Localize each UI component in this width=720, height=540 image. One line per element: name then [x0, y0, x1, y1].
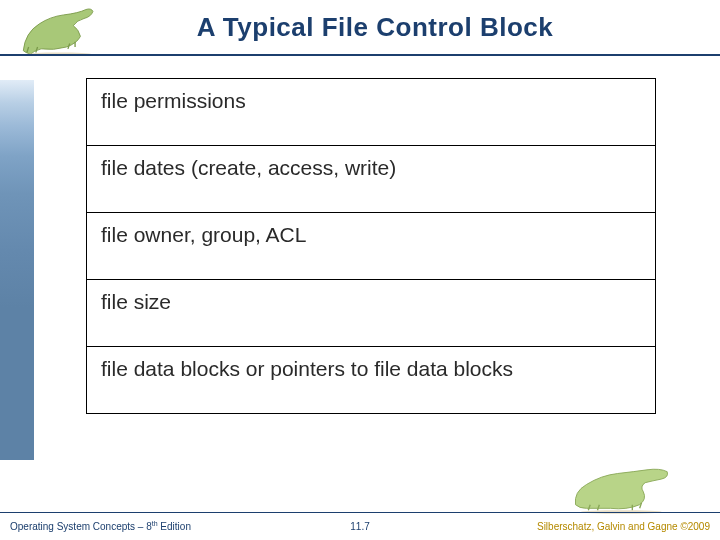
footer-book-title-prefix: Operating System Concepts – 8	[10, 522, 152, 533]
fcb-row: file data blocks or pointers to file dat…	[87, 347, 656, 414]
dinosaur-bottom-right-icon	[570, 466, 680, 514]
fcb-diagram: file permissions file dates (create, acc…	[86, 78, 656, 414]
footer-page-number: 11.7	[350, 521, 369, 532]
footer-copyright: Silberschatz, Galvin and Gagne ©2009	[537, 521, 710, 532]
slide-header: A Typical File Control Block	[0, 0, 720, 56]
slide-footer: Operating System Concepts – 8th Edition …	[0, 512, 720, 540]
fcb-table: file permissions file dates (create, acc…	[86, 78, 656, 414]
title-underline	[0, 54, 720, 56]
footer-left-text: Operating System Concepts – 8th Edition	[10, 520, 191, 532]
fcb-row: file dates (create, access, write)	[87, 146, 656, 213]
left-sidebar-accent	[0, 80, 34, 460]
footer-book-title-suffix: Edition	[158, 522, 191, 533]
fcb-row: file permissions	[87, 79, 656, 146]
fcb-row: file size	[87, 280, 656, 347]
slide-title: A Typical File Control Block	[0, 12, 720, 43]
dinosaur-top-left-icon	[14, 6, 104, 56]
fcb-row: file owner, group, ACL	[87, 213, 656, 280]
